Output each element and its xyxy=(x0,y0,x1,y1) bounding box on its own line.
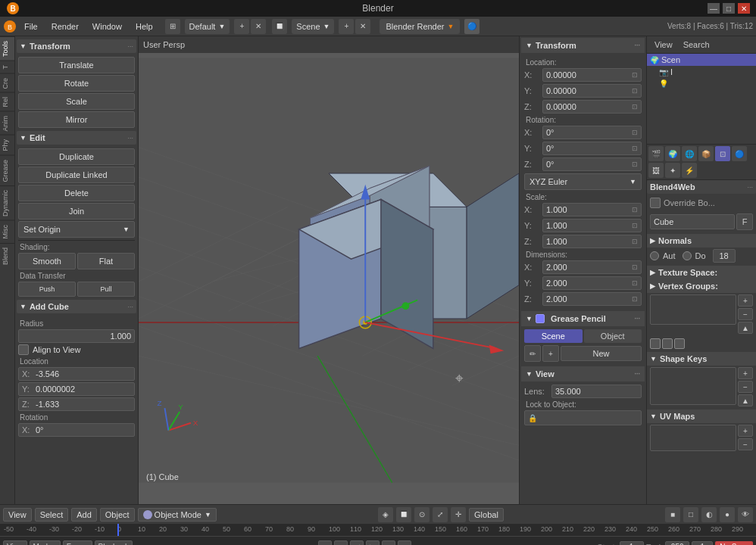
duplicate-linked-button[interactable]: Duplicate Linked xyxy=(18,167,135,183)
gp-scene-tab[interactable]: Scene xyxy=(524,329,583,343)
end-frame-field[interactable]: 250 xyxy=(665,541,689,545)
render-props-icon[interactable]: 🎬 xyxy=(648,146,664,161)
dim-y-field[interactable]: 2.000 ⊡ xyxy=(542,276,642,290)
prev-frame-button[interactable]: ⏴ xyxy=(334,540,348,545)
sidebar-tab-misc[interactable]: Misc xyxy=(0,220,14,243)
normals-section-header[interactable]: ▶ Normals xyxy=(647,234,756,248)
scene-selector[interactable]: Scene ▼ xyxy=(292,19,334,34)
data-pull-button[interactable]: Pull xyxy=(77,282,135,297)
grease-pencil-check[interactable] xyxy=(536,314,545,323)
close-button[interactable]: ✕ xyxy=(738,3,750,14)
mesh-props-icon[interactable]: ⊡ xyxy=(715,146,730,161)
sidebar-tab-grease[interactable]: Grease xyxy=(0,155,14,186)
show-hide-overlays[interactable]: 👁 xyxy=(738,507,753,522)
align-to-view-checkbox[interactable] xyxy=(18,344,29,355)
physics-props-icon[interactable]: ⚡ xyxy=(682,163,697,178)
rot-z-field[interactable]: 0° ⊡ xyxy=(542,157,642,171)
rotate-button[interactable]: Rotate xyxy=(18,75,135,92)
normals-number[interactable]: 18 xyxy=(713,249,736,263)
grease-pencil-header[interactable]: ▼ Grease Pencil ··· xyxy=(521,311,645,326)
gp-pencil-icon[interactable]: ✏ xyxy=(524,345,541,362)
sk-add-button[interactable]: + xyxy=(738,367,753,379)
scale-x-field[interactable]: 1.000 ⊡ xyxy=(542,203,642,216)
view-tab[interactable]: View xyxy=(650,39,677,51)
loc-y-field[interactable]: 0.00000 ⊡ xyxy=(542,84,642,98)
snap-button[interactable]: 🔲 xyxy=(396,507,411,522)
proportional-edit-button[interactable]: ⊙ xyxy=(414,507,430,522)
add-scene-button[interactable]: + xyxy=(339,19,354,34)
sidebar-tab-transform[interactable]: T xyxy=(0,61,14,73)
loc-z-field[interactable]: 0.00000 ⊡ xyxy=(542,100,642,114)
play-forward-button[interactable]: ▶ xyxy=(366,540,380,545)
cube-field[interactable]: Cube xyxy=(650,214,735,229)
scene-props-icon[interactable]: 🌍 xyxy=(665,146,680,161)
flat-button[interactable]: Flat xyxy=(77,253,135,269)
next-frame-button[interactable]: ⏵ xyxy=(382,540,395,545)
gp-new-button[interactable]: New xyxy=(561,346,642,361)
viewport-shading-1[interactable]: ■ xyxy=(665,507,680,522)
start-frame-field[interactable]: 1 xyxy=(620,541,644,545)
tree-item-scene[interactable]: 🌍 Scen xyxy=(647,54,756,66)
timeline-track[interactable]: -50 -40 -30 -20 -10 0 10 20 30 40 50 60 … xyxy=(0,524,756,537)
menu-help[interactable]: Help xyxy=(130,20,159,33)
scale-y-field[interactable]: 1.000 ⊡ xyxy=(542,219,642,232)
location-x-field[interactable]: X: -3.546 xyxy=(18,367,135,381)
texture-props-icon[interactable]: 🖼 xyxy=(648,163,664,178)
nosync-button[interactable]: No Sync xyxy=(715,541,753,545)
sidebar-tab-tools[interactable]: Tools xyxy=(0,36,14,61)
transform-orientation-button[interactable]: ⤢ xyxy=(433,507,448,522)
search-tab[interactable]: Search xyxy=(679,39,714,51)
sk-up-button[interactable]: ▲ xyxy=(738,394,753,406)
rotation-mode-dropdown[interactable]: XYZ Euler ▼ xyxy=(524,173,642,190)
bottom-object-button[interactable]: Object xyxy=(100,508,135,522)
dim-z-field[interactable]: 2.000 ⊡ xyxy=(542,292,642,306)
gp-add-icon[interactable]: + xyxy=(542,345,559,362)
object-mode-selector[interactable]: Object Mode ▼ xyxy=(138,508,217,522)
bottom-view-button[interactable]: View xyxy=(3,508,32,522)
delete-button[interactable]: Delete xyxy=(18,185,135,201)
jump-end-button[interactable]: ⏭ xyxy=(398,540,411,545)
remove-layout-button[interactable]: ✕ xyxy=(251,19,266,34)
bottom-add-button[interactable]: Add xyxy=(71,508,97,522)
menu-file[interactable]: File xyxy=(18,20,44,33)
viewport[interactable]: User Persp xyxy=(139,36,519,504)
maximize-button[interactable]: □ xyxy=(723,3,735,14)
data-push-button[interactable]: Push xyxy=(18,282,76,297)
view-section-header[interactable]: ▼ View ··· xyxy=(521,366,645,382)
sidebar-tab-physics[interactable]: Phy xyxy=(0,135,14,155)
world-props-icon[interactable]: 🌐 xyxy=(682,146,697,161)
object-props-icon[interactable]: 📦 xyxy=(698,146,714,161)
particles-props-icon[interactable]: ✦ xyxy=(665,163,680,178)
scale-button[interactable]: Scale xyxy=(18,93,135,110)
vg-add-button[interactable]: + xyxy=(738,294,753,307)
location-z-field[interactable]: Z: -1.633 xyxy=(18,397,135,411)
rot-x-field[interactable]: 0° ⊡ xyxy=(542,126,642,139)
aut-radio[interactable] xyxy=(650,251,659,260)
location-y-field[interactable]: Y: 0.0000002 xyxy=(18,382,135,396)
material-props-icon[interactable]: 🔵 xyxy=(732,146,747,161)
layout-icon-button[interactable]: ⊞ xyxy=(165,19,180,34)
sk-remove-button[interactable]: − xyxy=(738,381,753,393)
lens-field[interactable]: 35.000 xyxy=(551,385,642,398)
render-engine-selector[interactable]: Blender Render ▼ xyxy=(380,19,460,34)
layout-selector[interactable]: Default ▼ xyxy=(185,19,230,34)
minimize-button[interactable]: — xyxy=(708,3,720,14)
cursor-button[interactable]: ✛ xyxy=(451,507,466,522)
sidebar-tab-blend[interactable]: Blend xyxy=(0,243,14,269)
sidebar-tab-relations[interactable]: Rel xyxy=(0,92,14,111)
lock-to-object-field[interactable]: 🔒 xyxy=(524,410,642,425)
vg-remove-button[interactable]: − xyxy=(738,308,753,320)
mirror-button[interactable]: Mirror xyxy=(18,111,135,128)
set-origin-dropdown[interactable]: Set Origin ▼ xyxy=(18,221,135,238)
do-radio[interactable] xyxy=(683,251,692,260)
current-frame-field[interactable]: 1 xyxy=(692,541,713,545)
transform-props-header[interactable]: ▼ Transform ··· xyxy=(521,38,645,53)
pivot-button[interactable]: ◈ xyxy=(378,507,393,522)
duplicate-button[interactable]: Duplicate xyxy=(18,148,135,165)
edit-section-header[interactable]: ▼ Edit ··· xyxy=(17,131,136,145)
loc-x-field[interactable]: 0.00000 ⊡ xyxy=(542,68,642,82)
vertex-groups-header[interactable]: ▶ Vertex Groups: xyxy=(647,279,756,293)
dim-x-field[interactable]: 2.000 ⊡ xyxy=(542,260,642,274)
uv-add-button[interactable]: + xyxy=(738,425,753,437)
viewport-shading-3[interactable]: ◐ xyxy=(701,507,717,522)
